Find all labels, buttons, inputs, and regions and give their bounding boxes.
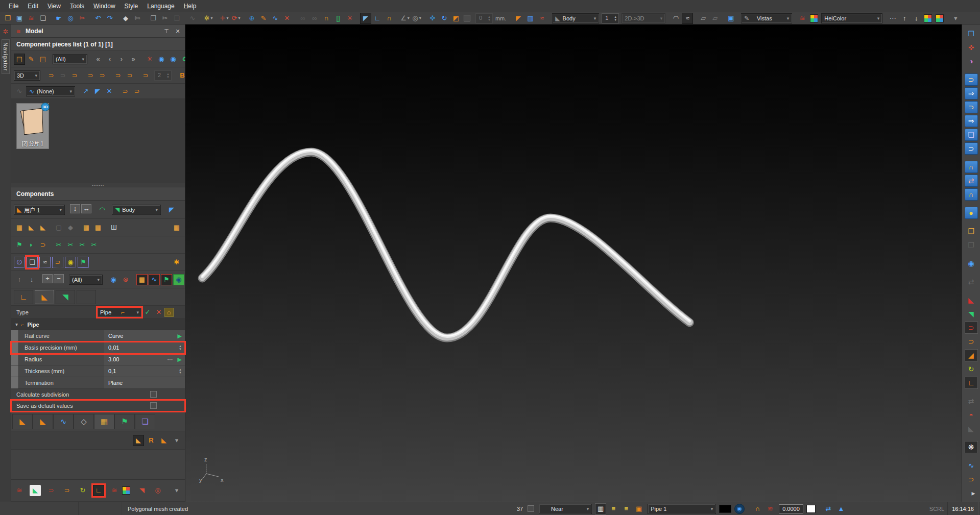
shoe-price-icon[interactable]: ≋ [764, 503, 776, 514]
pipe-arrow-icon[interactable]: ⊃ [131, 86, 142, 97]
expand-horizontal-icon[interactable]: ↔ [81, 204, 91, 213]
mode-grid-icon[interactable]: ▦ [94, 414, 114, 429]
axis-mode-icon[interactable]: ∠ [399, 13, 411, 24]
surface-layers-icon[interactable]: ≈ [682, 13, 693, 24]
bottombar-caret-icon[interactable]: ▾ [171, 485, 182, 496]
camera-red-icon[interactable]: ◎ [152, 485, 163, 496]
flip-shapes-icon[interactable]: ◓ [965, 409, 978, 421]
wedge-orange-icon[interactable]: ◢ [965, 349, 978, 361]
cascade-windows-icon[interactable]: ❐ [965, 28, 978, 40]
status-checkbox[interactable] [528, 505, 534, 512]
ring-arrow-icon[interactable]: ↻ [965, 363, 978, 375]
undo-icon[interactable]: ↶ [92, 13, 104, 24]
precision-spinner[interactable]: ▲▼ [179, 345, 182, 351]
window-arrows-icon[interactable]: ✜ [965, 41, 978, 54]
pipe-model[interactable] [202, 150, 689, 338]
righttb-caret-icon[interactable]: ▸ [967, 487, 980, 499]
flag-add-icon[interactable]: ⚑ [14, 239, 25, 251]
result-shoe-icon[interactable]: ◣ [133, 435, 144, 446]
pieces-grid-icon[interactable]: ▤ [14, 54, 25, 65]
grid-right-icon[interactable]: ▦ [171, 222, 182, 233]
piece-split-icon[interactable]: ⊃ [97, 70, 108, 81]
grid-zero-icon[interactable]: ▦ [92, 222, 104, 233]
component-body-dropdown[interactable]: ◥ Body [112, 205, 161, 215]
measure-icon[interactable]: ✕ [281, 13, 293, 24]
snap-points-icon[interactable]: ✳ [344, 13, 355, 24]
heel-home-icon[interactable]: ◣ [26, 222, 37, 233]
trim-scissors-icon[interactable]: ✄ [132, 13, 143, 24]
piece-green-icon[interactable]: ⊃ [112, 70, 124, 81]
shoe-down-icon[interactable]: ◣ [30, 485, 41, 496]
remove-item-icon[interactable]: − [54, 274, 64, 283]
pipe-stack-icon[interactable]: ⊃ [119, 86, 131, 97]
open-folder-icon[interactable]: ❒ [2, 13, 13, 24]
barcode-icon[interactable]: ▥ [595, 503, 606, 514]
arrow-up-icon[interactable]: ↑ [899, 13, 910, 24]
next-piece-icon[interactable]: › [116, 54, 127, 65]
center-mode-icon[interactable]: ◎ [411, 13, 422, 24]
bulb-icon[interactable]: ❋ [965, 441, 978, 453]
win-cube-icon[interactable]: ❏ [965, 129, 978, 141]
refresh-icon[interactable]: ⇄ [823, 503, 834, 514]
mode-shoe-move-icon[interactable]: ◣ [33, 414, 53, 429]
add-item-icon[interactable]: + [42, 274, 53, 283]
body-dropdown[interactable]: ◣ Body [552, 13, 599, 23]
cube-add-icon[interactable]: ❏ [27, 257, 38, 268]
filter-flag-icon[interactable]: ⚑ [161, 274, 172, 285]
curve-extract-icon[interactable]: ↗ [80, 86, 91, 97]
viewport-3d[interactable]: z y x [185, 24, 962, 502]
move-up-icon[interactable]: ↑ [14, 274, 25, 285]
user-dropdown[interactable]: ◣ 用户 1 [14, 205, 65, 215]
shoe-red-down-icon[interactable]: ≋ [109, 485, 120, 496]
piece-lines-icon[interactable]: ▤ [37, 54, 49, 65]
active-box-icon[interactable]: ▣ [633, 503, 644, 514]
result-shoe2-icon[interactable]: ◣ [158, 435, 170, 446]
pipe-blue-red-icon[interactable]: ⊃ [45, 485, 57, 496]
select-piece-icon[interactable]: ◤ [92, 86, 103, 97]
columns-add-icon[interactable] [924, 14, 932, 22]
pipe-group-header[interactable]: ▾ ⌐ Pipe [11, 319, 185, 330]
export-shoe-icon[interactable]: ❏ [37, 13, 49, 24]
mode-hexagon-icon[interactable]: ◇ [74, 414, 94, 429]
menu-window[interactable]: Window [89, 1, 120, 11]
piece-thumbnail[interactable]: 3D [2] 分片 1 [16, 103, 49, 149]
radius-more-button[interactable]: ⋯ [165, 356, 176, 363]
piece-blue-icon[interactable]: ⊃ [140, 70, 151, 81]
pan-hand-icon[interactable]: ☛ [53, 13, 64, 24]
capture-lock-icon[interactable]: ▣ [725, 13, 736, 24]
wave-surface-icon[interactable]: ≈ [39, 257, 51, 268]
rotate-add-icon[interactable]: ⟳ [230, 13, 242, 24]
pipe-orange-icon[interactable]: ⊃ [61, 485, 73, 496]
cut-flag-minus-icon[interactable]: ✂ [77, 239, 88, 251]
viewcube-icon[interactable]: ◩ [450, 13, 462, 24]
axis-checkbox[interactable] [464, 15, 470, 21]
win-arrow-dash2-icon[interactable]: ⇒ [965, 115, 978, 127]
expand-vertical-icon[interactable]: ↕ [70, 204, 80, 213]
pick-curve-icon[interactable]: ▶ [178, 333, 182, 339]
last-piece-icon[interactable]: » [128, 54, 139, 65]
cut-flag-plus2-icon[interactable]: ✂ [65, 239, 76, 251]
measure-add-icon[interactable]: ✛ [219, 13, 230, 24]
pencil-icon[interactable]: ✎ [258, 13, 269, 24]
cut-drop-icon[interactable]: ✂ [88, 239, 100, 251]
lamp-icon[interactable]: ▲ [835, 503, 847, 514]
heel-orange-icon[interactable]: ∟ [965, 377, 978, 389]
filter-grid-icon[interactable]: ▦ [136, 274, 148, 285]
light-add-icon[interactable]: ✲ [203, 13, 214, 24]
home-icon[interactable]: ⌂ [164, 308, 174, 317]
move-icon[interactable]: ✜ [427, 13, 438, 24]
tab-heel-shoe[interactable]: ◣ [35, 290, 54, 304]
lock-mini-icon[interactable]: ∩ [321, 13, 332, 24]
piece-join-icon[interactable]: ⊃ [85, 70, 96, 81]
eye-shoe-icon[interactable]: ◉ [965, 257, 978, 269]
pipe-surface-icon[interactable]: ⊃ [52, 257, 63, 268]
pipe-add-icon[interactable]: ⊃ [37, 239, 49, 251]
curve-tool-icon[interactable]: ∿ [270, 13, 281, 24]
sphere-icon[interactable]: ⊕ [246, 13, 257, 24]
eraser-icon[interactable]: ◆ [120, 13, 131, 24]
pipe-select-dropdown[interactable]: Pipe 1 [648, 504, 716, 514]
piece-pen-icon[interactable]: ✎ [26, 54, 37, 65]
color-swatch-white[interactable] [806, 505, 816, 513]
sole-1-icon[interactable]: ▱ [698, 13, 709, 24]
color-swatch-black[interactable] [719, 505, 731, 513]
